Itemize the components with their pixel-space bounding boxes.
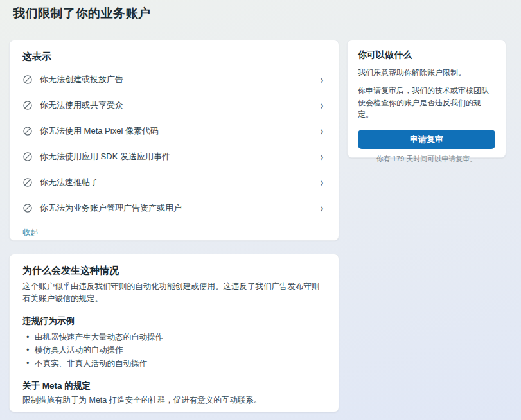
restriction-item-label: 你无法使用应用 SDK 发送应用事件: [40, 151, 170, 162]
why-card: 为什么会发生这种情况 这个账户似乎由违反我们守则的自动化功能创建或使用。这违反了…: [9, 254, 339, 412]
collapse-link[interactable]: 收起: [22, 227, 39, 238]
restriction-item-manage-assets[interactable]: 你无法为业务账户管理广告资产或用户 ›: [22, 195, 326, 221]
chevron-right-icon: ›: [321, 177, 325, 189]
blocked-icon: [22, 203, 33, 213]
chevron-right-icon: ›: [321, 74, 325, 86]
actions-heading: 你可以做什么: [358, 49, 495, 61]
blocked-icon: [22, 177, 33, 188]
chevron-right-icon: ›: [321, 100, 325, 112]
restriction-item-label: 你无法速推帖子: [40, 177, 98, 188]
example-item: 由机器快速产生大量动态的自动操作: [26, 331, 326, 344]
actions-detail-text: 你申请复审后，我们的技术或审核团队便会检查你的账户是否违反我们的规定。: [358, 85, 495, 121]
why-heading: 为什么会发生这种情况: [22, 265, 326, 277]
restriction-item-boost-posts[interactable]: 你无法速推帖子 ›: [22, 170, 326, 195]
restriction-item-label: 你无法使用或共享受众: [40, 100, 123, 111]
restrictions-heading: 这表示: [22, 51, 326, 63]
policy-description: 限制措施有助于为 Meta 打造安全的社群，促进有意义的互动联系。: [22, 394, 326, 407]
page-title: 我们限制了你的业务账户: [13, 5, 151, 22]
restriction-item-audiences[interactable]: 你无法使用或共享受众 ›: [22, 92, 326, 118]
restriction-item-create-ads[interactable]: 你无法创建或投放广告 ›: [22, 67, 326, 92]
chevron-right-icon: ›: [321, 151, 325, 163]
blocked-icon: [22, 100, 33, 110]
chevron-right-icon: ›: [321, 202, 325, 214]
restriction-item-meta-pixel[interactable]: 你无法使用 Meta Pixel 像素代码 ›: [22, 118, 326, 144]
example-item: 不真实、非真人活动的自动操作: [26, 357, 326, 371]
restriction-item-sdk-events[interactable]: 你无法使用应用 SDK 发送应用事件 ›: [22, 144, 326, 170]
review-deadline-note: 你有 179 天时间可以申请复审。: [358, 154, 495, 164]
blocked-icon: [22, 126, 33, 136]
why-description: 这个账户似乎由违反我们守则的自动化功能创建或使用。这违反了我们广告发布守则有关账…: [22, 281, 326, 306]
policy-heading: 关于 Meta 的规定: [22, 380, 326, 392]
blocked-icon: [22, 74, 33, 85]
restrictions-card: 这表示 你无法创建或投放广告 › 你无法使用或共享受众 › 你无法使用 Meta…: [9, 40, 339, 241]
actions-intro-text: 我们乐意帮助你解除账户限制。: [358, 67, 495, 78]
example-item: 模仿真人活动的自动操作: [26, 344, 326, 357]
restriction-list: 你无法创建或投放广告 › 你无法使用或共享受众 › 你无法使用 Meta Pix…: [22, 67, 326, 221]
request-review-button[interactable]: 申请复审: [358, 130, 495, 149]
restriction-item-label: 你无法为业务账户管理广告资产或用户: [40, 202, 182, 214]
examples-heading: 违规行为示例: [22, 315, 326, 327]
actions-card: 你可以做什么 我们乐意帮助你解除账户限制。 你申请复审后，我们的技术或审核团队便…: [347, 40, 506, 158]
restriction-item-label: 你无法创建或投放广告: [40, 74, 123, 85]
chevron-right-icon: ›: [321, 125, 325, 137]
blocked-icon: [22, 152, 33, 162]
examples-list: 由机器快速产生大量动态的自动操作 模仿真人活动的自动操作 不真实、非真人活动的自…: [22, 331, 326, 371]
restriction-item-label: 你无法使用 Meta Pixel 像素代码: [40, 125, 159, 137]
